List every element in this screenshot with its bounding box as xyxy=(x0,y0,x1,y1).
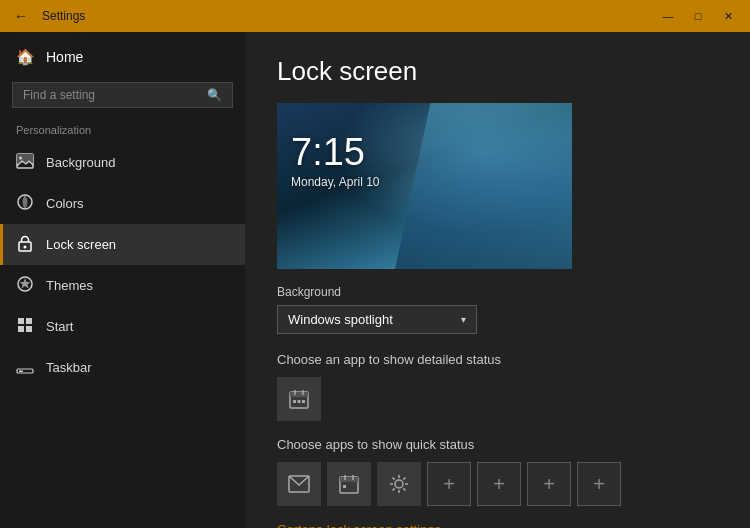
svg-rect-22 xyxy=(340,477,358,482)
background-dropdown-value: Windows spotlight xyxy=(288,312,393,327)
close-button[interactable]: ✕ xyxy=(714,6,742,26)
main-content: Lock screen 7:15 Monday, April 10 Backgr… xyxy=(245,32,750,528)
sidebar-item-themes[interactable]: Themes xyxy=(0,265,245,306)
calendar-app-button[interactable] xyxy=(277,377,321,421)
maximize-button[interactable]: □ xyxy=(684,6,712,26)
background-dropdown[interactable]: Windows spotlight ▾ xyxy=(277,305,477,334)
add-app-button-1[interactable]: + xyxy=(427,462,471,506)
lock-screen-preview: 7:15 Monday, April 10 xyxy=(277,103,572,269)
page-title: Lock screen xyxy=(277,56,718,87)
home-label: Home xyxy=(46,49,83,65)
detailed-status-label: Choose an app to show detailed status xyxy=(277,352,718,367)
svg-rect-18 xyxy=(298,400,301,403)
home-icon: 🏠 xyxy=(16,48,34,66)
add-app-button-2[interactable]: + xyxy=(477,462,521,506)
svg-line-32 xyxy=(403,488,405,490)
sidebar-item-home[interactable]: 🏠 Home xyxy=(0,40,245,74)
quick-status-label: Choose apps to show quick status xyxy=(277,437,718,452)
lock-screen-icon xyxy=(16,234,34,255)
search-icon: 🔍 xyxy=(207,88,222,102)
sidebar-item-background-label: Background xyxy=(46,155,115,170)
section-label: Personalization xyxy=(0,120,245,142)
svg-line-34 xyxy=(393,488,395,490)
sidebar-item-lockscreen-label: Lock screen xyxy=(46,237,116,252)
svg-line-33 xyxy=(403,478,405,480)
add-app-button-3[interactable]: + xyxy=(527,462,571,506)
titlebar: ← Settings — □ ✕ xyxy=(0,0,750,32)
chevron-down-icon: ▾ xyxy=(461,314,466,325)
titlebar-left: ← Settings xyxy=(8,6,85,26)
search-input[interactable] xyxy=(23,88,199,102)
add-app-button-4[interactable]: + xyxy=(577,462,621,506)
minimize-button[interactable]: — xyxy=(654,6,682,26)
svg-rect-9 xyxy=(18,326,24,332)
titlebar-title: Settings xyxy=(42,9,85,23)
sidebar-item-taskbar[interactable]: Taskbar xyxy=(0,347,245,388)
svg-rect-7 xyxy=(18,318,24,324)
mail-app-button[interactable] xyxy=(277,462,321,506)
background-icon xyxy=(16,152,34,173)
preview-time: 7:15 xyxy=(291,133,365,171)
svg-rect-8 xyxy=(26,318,32,324)
sidebar-item-background[interactable]: Background xyxy=(0,142,245,183)
svg-rect-25 xyxy=(343,485,346,488)
svg-rect-12 xyxy=(19,371,23,373)
colors-icon xyxy=(16,193,34,214)
svg-line-31 xyxy=(393,478,395,480)
themes-icon xyxy=(16,275,34,296)
quick-status-row: + + + + xyxy=(277,462,718,506)
svg-rect-10 xyxy=(26,326,32,332)
start-icon xyxy=(16,316,34,337)
svg-point-2 xyxy=(19,157,22,160)
taskbar-icon xyxy=(16,357,34,378)
svg-rect-14 xyxy=(290,392,308,397)
sidebar: 🏠 Home 🔍 Personalization Background xyxy=(0,32,245,528)
app-container: 🏠 Home 🔍 Personalization Background xyxy=(0,32,750,528)
search-box[interactable]: 🔍 xyxy=(12,82,233,108)
sidebar-item-themes-label: Themes xyxy=(46,278,93,293)
calendar-quick-button[interactable] xyxy=(327,462,371,506)
sidebar-item-lockscreen[interactable]: Lock screen xyxy=(0,224,245,265)
back-button[interactable]: ← xyxy=(8,6,34,26)
svg-point-26 xyxy=(395,480,403,488)
preview-date: Monday, April 10 xyxy=(291,175,380,189)
sidebar-item-start[interactable]: Start xyxy=(0,306,245,347)
sidebar-item-taskbar-label: Taskbar xyxy=(46,360,92,375)
background-label: Background xyxy=(277,285,718,299)
svg-rect-17 xyxy=(293,400,296,403)
sidebar-item-colors[interactable]: Colors xyxy=(0,183,245,224)
cortana-lock-screen-link[interactable]: Cortana lock screen settings xyxy=(277,522,718,528)
svg-point-5 xyxy=(24,246,27,249)
titlebar-controls: — □ ✕ xyxy=(654,6,742,26)
sidebar-item-colors-label: Colors xyxy=(46,196,84,211)
brightness-app-button[interactable] xyxy=(377,462,421,506)
detailed-status-row xyxy=(277,377,718,421)
sidebar-item-start-label: Start xyxy=(46,319,73,334)
svg-rect-19 xyxy=(302,400,305,403)
